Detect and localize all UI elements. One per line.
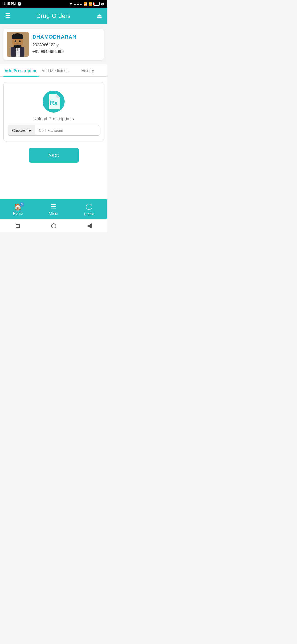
home-circle-icon bbox=[51, 223, 56, 228]
page-title: Drug Orders bbox=[36, 12, 70, 20]
bottom-navigation: 🏠 6 Home ☰ Menu ⓘ Profile bbox=[0, 199, 107, 219]
upload-card: Rx Upload Prescriptions Choose file No f… bbox=[3, 82, 104, 141]
nav-home-label: Home bbox=[13, 211, 23, 215]
patient-name: DHAMODHARAN bbox=[32, 34, 101, 40]
file-placeholder-text: No file chosen bbox=[35, 125, 67, 135]
file-input-row: Choose file No file chosen bbox=[8, 125, 99, 136]
status-left: 1:15 PM 🕐 bbox=[3, 2, 21, 6]
tab-add-medicines[interactable]: Add Medicines bbox=[39, 64, 72, 76]
main-content: Rx Upload Prescriptions Choose file No f… bbox=[0, 77, 107, 199]
system-nav-bar bbox=[0, 219, 107, 232]
battery-tip bbox=[100, 3, 100, 5]
svg-rect-6 bbox=[12, 35, 23, 39]
battery-indicator bbox=[94, 2, 100, 6]
rx-icon-wrap: Rx bbox=[43, 91, 65, 113]
back-arrow-icon bbox=[87, 223, 92, 228]
patient-card: DHAMODHARAN 2023966/ 22 y +91 9948884888 bbox=[3, 29, 104, 60]
svg-point-8 bbox=[15, 40, 16, 42]
system-nav-back-button[interactable] bbox=[86, 223, 93, 229]
svg-text:Rx: Rx bbox=[50, 99, 58, 106]
profile-icon: ⓘ bbox=[86, 203, 92, 211]
system-home-button[interactable] bbox=[50, 223, 57, 229]
power-icon[interactable]: ⏏ bbox=[97, 12, 102, 20]
status-right: ✱ ▲▲▲ 📶 🛜 19 bbox=[70, 2, 104, 6]
wifi-icon: 📶 bbox=[84, 2, 87, 6]
patient-avatar bbox=[7, 32, 29, 57]
tab-history[interactable]: History bbox=[71, 64, 104, 76]
tab-bar: Add Prescription Add Medicines History bbox=[0, 64, 107, 77]
svg-point-9 bbox=[19, 40, 21, 42]
battery-level: 19 bbox=[101, 2, 104, 6]
patient-phone: +91 9948884888 bbox=[32, 48, 101, 55]
wifi-alt-icon: 🛜 bbox=[89, 2, 92, 6]
upload-label: Upload Prescriptions bbox=[33, 116, 74, 121]
home-icon: 🏠 6 bbox=[14, 203, 22, 211]
time-display: 1:15 PM bbox=[3, 2, 16, 6]
next-button[interactable]: Next bbox=[29, 148, 79, 163]
alarm-icon: 🕐 bbox=[17, 2, 21, 6]
rx-file-icon: Rx bbox=[47, 94, 60, 109]
signal-icon: ▲▲▲ bbox=[73, 2, 82, 6]
nav-menu-label: Menu bbox=[49, 211, 58, 215]
nav-profile-label: Profile bbox=[84, 212, 94, 216]
svg-point-10 bbox=[17, 43, 18, 44]
app-header: ☰ Drug Orders ⏏ bbox=[0, 8, 107, 24]
system-back-button[interactable] bbox=[15, 223, 21, 229]
hamburger-menu-icon[interactable]: ☰ bbox=[5, 12, 10, 20]
recent-apps-icon bbox=[16, 224, 20, 228]
patient-info: DHAMODHARAN 2023966/ 22 y +91 9948884888 bbox=[32, 34, 101, 55]
bluetooth-icon: ✱ bbox=[70, 2, 72, 6]
choose-file-button[interactable]: Choose file bbox=[8, 125, 35, 135]
tab-add-prescription[interactable]: Add Prescription bbox=[3, 64, 39, 76]
patient-id: 2023966/ 22 y bbox=[32, 42, 101, 48]
nav-item-menu[interactable]: ☰ Menu bbox=[49, 203, 58, 215]
battery-fill bbox=[94, 3, 95, 5]
home-badge: 6 bbox=[19, 202, 24, 207]
nav-item-profile[interactable]: ⓘ Profile bbox=[84, 203, 94, 216]
nav-item-home[interactable]: 🏠 6 Home bbox=[13, 203, 23, 215]
svg-point-7 bbox=[14, 45, 21, 48]
status-bar: 1:15 PM 🕐 ✱ ▲▲▲ 📶 🛜 19 bbox=[0, 0, 107, 8]
menu-icon: ☰ bbox=[50, 203, 56, 211]
